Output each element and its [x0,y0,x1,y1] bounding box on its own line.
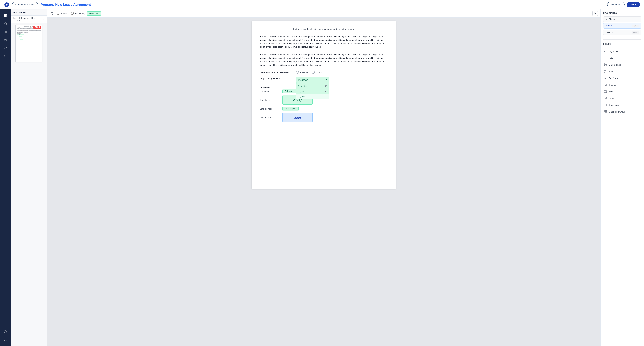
recipient-robert[interactable]: Robert M. Signer [603,23,641,28]
dropdown-menu: 6 months 🗑 1 year 🗑 2 years [296,83,330,100]
date-signed-field-icon [603,63,607,67]
sidebar-item-trash[interactable] [2,52,9,60]
send-button[interactable]: Send [626,2,640,8]
pages-count: Pages: 1 [13,19,36,21]
field-item-email[interactable]: Email [600,95,644,102]
dropdown-option-2years[interactable]: 2 years [296,94,329,99]
svg-point-7 [6,39,7,40]
document-area: Test only. Non-legally binding document,… [47,18,600,346]
docs-panel: DOCUMENTS Test only 2 signers PDF... Pag… [11,10,47,346]
doc-settings-button[interactable]: ‹ Document Settings [12,2,38,7]
zoom-button[interactable] [592,11,598,16]
field-item-email-label: Email [609,97,614,100]
svg-rect-14 [604,65,605,65]
svg-point-6 [4,39,6,40]
recipient-no-signer[interactable]: No Signer [603,16,641,22]
sidebar-item-documents[interactable] [2,12,9,20]
radio-question-label: Caeruleo rubrum aut vis esse? [260,71,293,74]
dropdown-option-6months[interactable]: 6 months 🗑 [296,83,329,89]
fullname-field[interactable]: Full Name [282,89,297,93]
dropdown-option-1year-label: 1 year [298,90,304,93]
read-only-checkbox[interactable] [71,12,74,14]
doc-test-note: Test only. Non-legally binding document,… [260,28,388,30]
doc-settings-label: Document Settings [16,3,35,6]
dropdown-option-2years-label: 2 years [298,96,305,98]
read-only-checkbox-label[interactable]: Read Only [71,12,85,15]
required-checkbox-label[interactable]: Required [57,12,69,15]
icon-rail [0,10,11,346]
sidebar-item-home[interactable] [2,20,9,28]
chevron-down-icon: ▼ [43,18,45,20]
customer2-row: Customer 2: Sign [260,113,388,122]
field-item-company-label: Company [609,84,618,86]
length-field-row: Length of agreement: Dropdown ▼ 6 months… [260,77,388,83]
topbar-right: Save Draft Send [607,2,640,8]
field-item-text[interactable]: Text [600,68,644,75]
svg-rect-18 [604,84,606,86]
date-signed-row: Date signed: Date Signed [260,107,388,111]
trash-icon [4,54,7,58]
customer2-label: Customer 2: [260,116,280,119]
save-draft-button[interactable]: Save Draft [607,2,624,8]
edited-badge: Edited [33,26,41,28]
doc-paragraph-2: Fermentum rhoncus luctus per primis male… [260,53,388,67]
doc-thumbnail-area: Edited Test only. Non-legally binding do… [11,23,47,68]
dropdown-option-1year-delete[interactable]: 🗑 [325,90,327,93]
svg-rect-4 [4,32,5,33]
svg-rect-22 [604,110,605,112]
account-icon [4,338,7,341]
field-item-date-signed[interactable]: Date Signed [600,62,644,68]
sidebar-item-users[interactable] [2,36,9,44]
radio-caeruleo-circle[interactable] [296,71,299,74]
topbar-left: ‹ Document Settings Prepare: New Lease A… [4,2,91,8]
field-item-checkbox[interactable]: Checkbox [600,102,644,108]
no-signer-label: No Signer [606,18,615,20]
dropdown-container: Dropdown ▼ 6 months 🗑 1 year 🗑 [296,77,330,83]
field-item-title-label: Title [609,90,613,93]
fields-section-header: FIELDS [600,40,644,48]
left-panel: DOCUMENTS Test only 2 signers PDF... Pag… [0,10,47,346]
svg-rect-15 [605,65,606,65]
sidebar-item-grid[interactable] [2,28,9,36]
checkbox-group-field-icon [603,110,607,114]
docs-selector[interactable]: Test only 2 signers PDF... Pages: 1 ▼ [11,16,47,23]
checkbox-field-icon [603,103,607,107]
length-of-agreement-label: Length of agreement: [260,77,293,80]
field-item-signature[interactable]: Signature [600,48,644,55]
doc-paragraph-1: Fermentum rhoncus luctus per primis male… [260,35,388,49]
field-item-company[interactable]: Company [600,82,644,88]
recipients-title: RECIPIENTS [603,12,641,14]
text-tool-button[interactable] [50,11,55,16]
date-signed-field[interactable]: Date Signed [282,107,298,111]
radio-rubrum: rubrum [312,71,323,74]
svg-rect-20 [604,97,606,99]
recipient-david[interactable]: David M. Signer [603,30,641,35]
logo-icon [4,2,10,8]
home-icon [4,22,7,26]
document-icon [4,14,7,18]
chevron-left-icon: ‹ [15,3,16,6]
sidebar-item-settings[interactable] [2,328,9,335]
field-item-initials-label: Initials [609,57,615,59]
dropdown-field[interactable]: Dropdown ▼ [296,77,330,83]
dropdown-option-1year[interactable]: 1 year 🗑 [296,89,329,94]
svg-point-8 [5,331,6,332]
field-item-fullname[interactable]: Full Name [600,75,644,82]
field-item-initials[interactable]: .Int Initials [600,55,644,62]
dropdown-option-6months-label: 6 months [298,85,307,88]
svg-rect-25 [606,112,606,113]
field-item-checkbox-group[interactable]: Checkbox Group [600,108,644,115]
right-panel: RECIPIENTS No Signer Robert M. Signer Da… [600,10,644,346]
sidebar-item-analytics[interactable] [2,44,9,52]
toolbar: Required Read Only Dropdown [47,10,600,18]
signature-field-label: Signature: [260,99,280,101]
customer2-signature-field[interactable]: Sign [282,113,312,122]
required-checkbox[interactable] [57,12,59,14]
svg-rect-21 [604,104,606,106]
initials-field-icon: .Int [603,56,607,60]
sidebar-item-account[interactable] [2,336,9,343]
field-item-title[interactable]: Title [600,88,644,95]
radio-rubrum-circle[interactable] [312,71,315,74]
doc-thumbnail-page1[interactable]: Edited Test only. Non-legally binding do… [16,25,42,62]
dropdown-option-6months-delete[interactable]: 🗑 [325,85,327,88]
